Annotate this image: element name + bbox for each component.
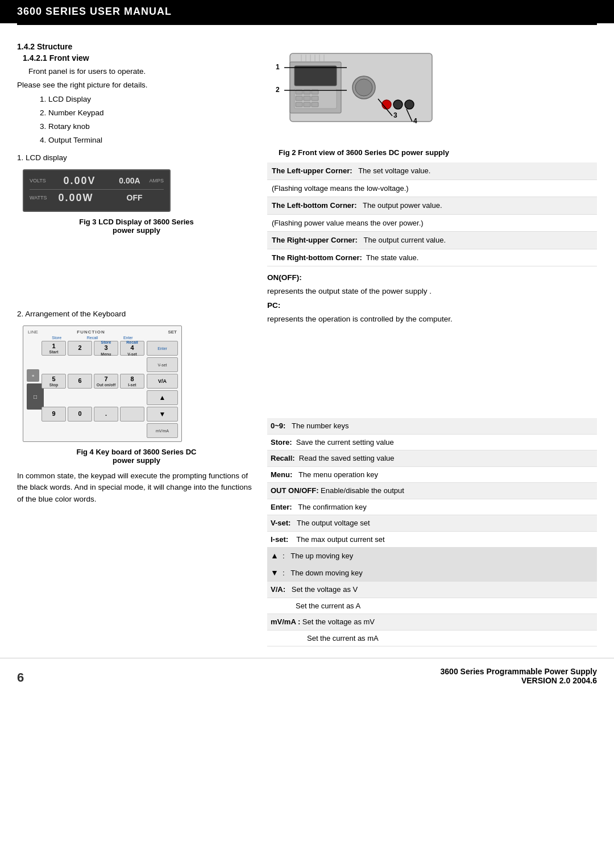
right-column: 1 2 3 4 Fig 2 Front view of 3600 Series … [267,36,597,646]
kb-down-arrow: ▼ [159,410,166,418]
svg-rect-12 [312,102,318,107]
svg-rect-10 [296,102,302,107]
lcd-volts-label: VOLTS [30,178,47,183]
kb-btn-3-top: Store [101,340,111,344]
lcd-row-1: VOLTS 0.00V 0.00A AMPS [30,175,164,187]
svg-text:4: 4 [413,117,417,125]
kb-enter-btn[interactable]: Enter [147,341,178,356]
kb-va-btn[interactable]: V/A [147,374,178,389]
svg-rect-11 [304,102,310,107]
kb-va-label: V/A [158,378,167,384]
info-left-upper: The Left-upper Corner: The set voltage v… [267,162,597,180]
kb-line-label: LINE [28,329,39,335]
key-enter: Enter: The confirmation key [267,499,597,516]
kb-mva-label: mV/mA [156,429,169,433]
kb-btn-8-main: 8 [130,375,134,383]
kb-btn-1[interactable]: 1 Start [42,341,66,356]
key-mvma-ma: Set the current as mA [267,631,597,647]
kb-btn-9[interactable]: 9 [42,407,66,422]
kb-btn-3[interactable]: Store 3 Menu [94,341,118,356]
keyboard-diagram: LINE FUNCTION SET Store Recall Enter [23,326,182,442]
svg-text:2: 2 [276,86,280,94]
kb-btn-0-main: 0 [78,410,81,418]
on-off-label: ON(OFF): [267,272,597,283]
lcd-row-2: WATTS 0.00W OFF [30,192,164,204]
page-header: 3600 SERIES USER MANUAL [0,0,614,23]
footer-version: VERSION 2.0 2004.6 [441,676,597,685]
kb-store-label: Store [52,336,61,340]
kb-btn-dot[interactable]: . [94,407,118,422]
kb-vset-label: V-set [158,363,167,367]
kb-btn-2[interactable]: 2 [68,341,92,356]
kb-line-indicator: ≡ [27,369,39,382]
kb-btn-8-bottom: I-set [128,383,136,387]
lcd-current-value: 0.00A [113,176,147,185]
kb-enter-label: Enter [123,336,133,340]
lcd-voltage-value: 0.00V [47,175,113,187]
svg-rect-8 [304,96,310,101]
fig4-caption: Fig 4 Key board of 3600 Series DC power … [17,448,256,465]
header-title: 3600 SERIES USER MANUAL [17,6,172,17]
arrangement-label: 2. Arrangement of the Keyboard [17,308,256,320]
svg-rect-9 [312,96,318,101]
kb-down-btn[interactable]: ▼ [147,407,178,422]
kb-function-label: FUNCTION [39,329,143,335]
left-column: 1.4.2 Structure 1.4.2.1 Front view Front… [17,36,256,646]
svg-rect-7 [296,96,302,101]
kb-btn-4-bottom: V-set [127,352,137,356]
item-2: 2. Number Keypad [40,107,256,119]
key-0-9: 0~9: The number keys [267,418,597,435]
page-footer: 6 3600 Series Programmable Power Supply … [0,658,614,691]
info-left-bottom: The Left-bottom Corner: The output power… [267,197,597,215]
key-up: ▲ : The up moving key [267,548,597,565]
kb-btn-3-bottom: Menu [101,352,111,356]
kb-btn-8[interactable]: 8 I-set [120,374,144,389]
kb-up-btn[interactable]: ▲ [147,390,178,405]
key-menu: Menu: The menu operation key [267,467,597,483]
kb-enter-top: Enter [157,347,167,350]
on-off-desc: represents the output state of the power… [267,286,597,297]
page: 3600 SERIES USER MANUAL 1.4.2 Structure … [0,0,614,868]
lcd-section-label: 1. LCD display [17,152,256,164]
kb-up-arrow: ▲ [159,394,166,402]
see-right-text: Please see the right picture for details… [17,80,256,91]
key-va-a: Set the current as A [267,598,597,615]
kb-recall-label: Recall [87,336,98,340]
key-iset: I-set: The max output current set [267,532,597,548]
key-mvma: mV/mA : Set the voltage as mV [267,614,597,631]
kb-btn-7-main: 7 [104,375,107,383]
kb-btn-1-main: 1 [52,343,55,350]
lcd-info-section: The Left-upper Corner: The set voltage v… [267,162,597,266]
keyboard-desc: In common state, the keypad will execute… [17,470,256,505]
front-panel-desc: Front panel is for users to operate. [28,66,256,77]
lcd-watts-label: WATTS [30,195,47,201]
keys-section: 0~9: The number keys Store: Save the cur… [267,418,597,646]
page-number: 6 [17,670,24,685]
key-va: V/A: Set the voltage as V [267,582,597,598]
kb-btn-5[interactable]: 5 Stop [42,374,66,389]
svg-point-14 [355,79,372,96]
fig2-caption: Fig 2 Front view of 3600 Series DC power… [267,148,460,157]
kb-header: LINE FUNCTION SET [27,329,178,335]
info-left-bottom-note: (Flashing power value means the over pow… [267,215,597,232]
spacer-right [267,327,597,418]
key-store: Store: Save the current setting value [267,435,597,451]
kb-btn-7[interactable]: 7 Out on/off [94,374,118,389]
kb-btn-5-main: 5 [52,375,55,383]
kb-btn-2-main: 2 [78,344,81,352]
lcd-amps-label: AMPS [147,178,164,183]
kb-btn-4-top: Recall [126,340,138,344]
front-view-container: 1 2 3 4 Fig 2 Front view of 3600 Series … [267,42,460,157]
lcd-power-value: 0.00W [47,192,105,204]
lcd-display: VOLTS 0.00V 0.00A AMPS WATTS 0.00W OFF [23,169,171,212]
kb-btn-4[interactable]: Recall 4 V-set [120,341,144,356]
kb-btn-0[interactable]: 0 [68,407,92,422]
kb-side-col: ≡ □ [27,341,39,438]
kb-mva-btn[interactable]: mV/mA [147,423,178,438]
kb-btn-6[interactable]: 6 [68,374,92,389]
kb-right-col: Enter V-set V/A ▲ ▼ [147,341,178,438]
pc-desc: represents the operation is controlled b… [267,314,597,325]
kb-vset-btn[interactable]: V-set [147,357,178,372]
front-view-svg: 1 2 3 4 [267,42,449,144]
svg-text:3: 3 [393,111,397,119]
